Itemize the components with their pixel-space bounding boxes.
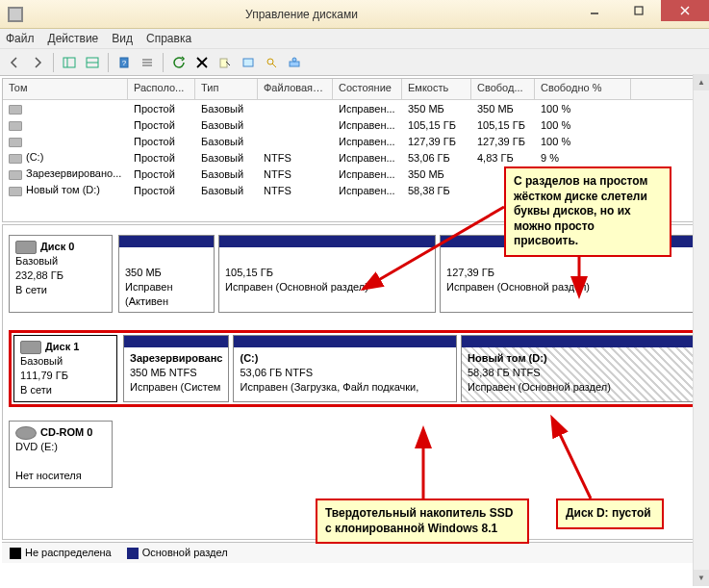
volume-icon [9,121,22,131]
menubar: Файл Действие Вид Справка [0,29,709,49]
disk1-part2[interactable]: Новый том (D:)58,38 ГБ NTFSИсправен (Осн… [461,335,696,402]
table-header: Том Располо... Тип Файловая с... Состоян… [3,79,706,100]
svg-line-18 [272,64,276,67]
col-volume[interactable]: Том [3,79,128,99]
volume-icon [9,187,22,196]
legend: Не распределена Основной раздел [2,542,707,563]
volume-icon [9,170,22,180]
disk1-part1[interactable]: (C:)53,06 ГБ NTFSИсправен (Загрузка, Фай… [233,335,457,402]
settings-icon[interactable] [238,52,259,73]
annotation-3: Диск D: пустой [556,499,664,529]
scan-icon[interactable] [261,52,282,73]
col-pct[interactable]: Свободно % [535,79,631,99]
col-layout[interactable]: Располо... [128,79,195,99]
disk0-part1[interactable]: 105,15 ГБИсправен (Основной раздел) [218,235,436,313]
disk1-highlight: Диск 1 Базовый 111,79 ГБ В сети Зарезерв… [9,330,700,407]
menu-help[interactable]: Справка [146,32,191,45]
legend-primary: Основной раздел [127,547,228,559]
back-icon[interactable] [4,52,25,73]
menu-file[interactable]: Файл [6,32,35,45]
volume-icon [9,138,22,147]
menu-action[interactable]: Действие [48,32,99,45]
app-icon [8,7,23,22]
minimize-button[interactable] [572,0,617,21]
toolbar: ? [0,49,709,76]
disk-panel: Диск 0 Базовый 232,88 ГБ В сети 350 МБИс… [2,224,707,540]
legend-unalloc: Не распределена [10,547,112,559]
separator [108,53,109,72]
svg-rect-16 [243,59,253,66]
help-icon[interactable]: ? [114,52,135,73]
separator [163,53,164,72]
maximize-button[interactable] [617,0,661,21]
col-capacity[interactable]: Емкость [402,79,471,99]
window-title: Управление дисками [31,8,572,21]
svg-rect-19 [290,62,299,66]
disk0-info[interactable]: Диск 0 Базовый 232,88 ГБ В сети [9,235,113,313]
table-row[interactable]: ПростойБазовыйИсправен...127,39 ГБ127,39… [3,133,706,149]
svg-rect-1 [635,7,643,14]
table-row[interactable]: (C:)ПростойБазовыйNTFSИсправен...53,06 Г… [3,149,706,166]
svg-rect-4 [63,58,75,67]
col-fs[interactable]: Файловая с... [258,79,333,99]
disk-row-1: Диск 1 Базовый 111,79 ГБ В сети Зарезерв… [13,335,696,402]
volume-icon [9,105,22,115]
disk0-part0[interactable]: 350 МБИсправен (Активен [118,235,215,313]
titlebar: Управление дисками [0,0,709,29]
col-status[interactable]: Состояние [333,79,402,99]
refresh-icon[interactable] [168,52,190,73]
disk1-part0[interactable]: Зарезервированс350 МБ NTFSИсправен (Сист… [123,335,229,402]
table-row[interactable]: ПростойБазовыйИсправен...350 МБ350 МБ100… [3,100,706,116]
annotation-1: С разделов на простом жёстком диске слет… [504,166,671,257]
panel2-icon[interactable] [82,52,103,73]
cdrom-info[interactable]: CD-ROM 0 DVD (E:) Нет носителя [9,421,113,488]
col-type[interactable]: Тип [195,79,258,99]
scroll-down-icon[interactable]: ▼ [694,570,709,586]
action-icon[interactable] [284,52,305,73]
col-free[interactable]: Свобод... [471,79,535,99]
properties-icon[interactable] [215,52,236,73]
list-icon[interactable] [137,52,158,73]
vertical-scrollbar[interactable]: ▲ ▼ [693,74,709,586]
forward-icon[interactable] [27,52,48,73]
cdrom-row: CD-ROM 0 DVD (E:) Нет носителя [9,421,700,488]
disk1-info[interactable]: Диск 1 Базовый 111,79 ГБ В сети [13,335,117,402]
svg-rect-15 [220,59,227,67]
annotation-2: Твердотельный накопитель SSD с клонирова… [316,499,529,544]
svg-text:?: ? [122,59,127,67]
menu-view[interactable]: Вид [112,32,133,45]
delete-icon[interactable] [191,52,213,73]
volume-icon [9,154,22,164]
disk-icon [20,341,41,354]
svg-point-20 [292,58,296,62]
close-button[interactable] [661,0,709,21]
panel1-icon[interactable] [59,52,80,73]
scroll-up-icon[interactable]: ▲ [694,74,709,90]
table-row[interactable]: ПростойБазовыйИсправен...105,15 ГБ105,15… [3,116,706,133]
disk-icon [15,241,37,254]
cdrom-icon [15,426,37,440]
separator [53,53,54,72]
